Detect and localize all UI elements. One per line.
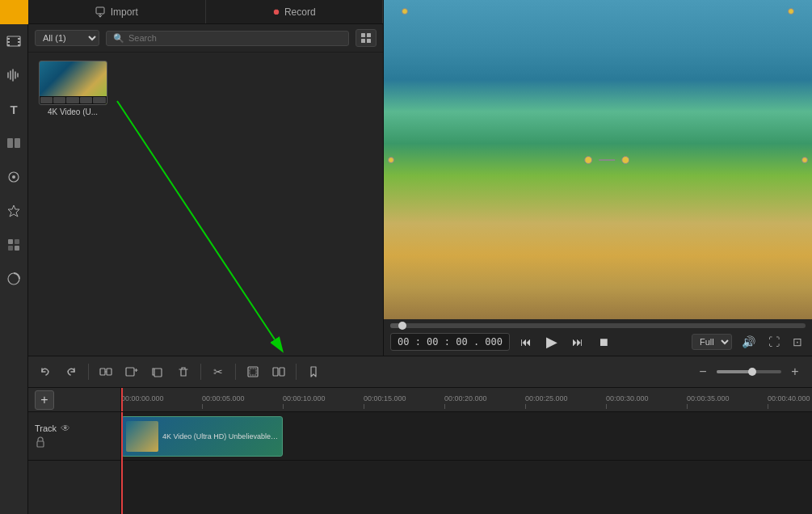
step-forward-button[interactable]: ⏭ (568, 332, 587, 352)
media-label: 4K Video (U... (48, 107, 98, 116)
sidebar-item-text[interactable]: T (0, 92, 28, 126)
tab-import[interactable]: Import (28, 0, 206, 23)
right-edge-dot (801, 157, 808, 163)
fullscreen-button[interactable]: ⛶ (765, 334, 783, 350)
tab-bar: Import ⏺ Record (28, 0, 383, 24)
quality-select[interactable]: Full (692, 334, 732, 350)
playhead[interactable] (121, 388, 123, 411)
ruler-mark-3: 00:00:15.000 (364, 394, 444, 409)
video-clip[interactable]: 4K Video (Ultra HD) Unbelievable Beauty (121, 416, 283, 457)
svg-rect-16 (96, 7, 104, 14)
svg-rect-3 (7, 44, 10, 46)
zoom-out-button[interactable]: − (692, 361, 713, 382)
ruler-mark-5: 00:00:25.000 (525, 394, 606, 409)
sidebar-item-transitions[interactable] (0, 126, 28, 160)
toolbar-separator-1 (88, 364, 89, 380)
ruler-label-1: 00:00:05.000 (202, 394, 245, 402)
sidebar-item-stickers[interactable] (0, 194, 28, 228)
svg-rect-1 (7, 38, 10, 40)
layout-button[interactable]: ⊡ (789, 334, 806, 350)
track-playhead (121, 412, 123, 514)
media-content: 4K Video (U... (28, 53, 383, 356)
zoom-handle[interactable] (748, 368, 756, 376)
progress-handle[interactable] (398, 322, 406, 330)
stickers-icon (6, 204, 21, 218)
delete-button[interactable] (173, 361, 194, 382)
ruler-tick-7 (687, 404, 688, 409)
sidebar-item-audio[interactable] (0, 58, 28, 92)
copy-button[interactable] (147, 361, 168, 382)
center-dot-left[interactable] (584, 156, 592, 164)
track-labels: + Track 👁 (28, 388, 121, 514)
top-corner-dots (402, 8, 794, 15)
ruler-tick-2 (283, 404, 284, 409)
undo-icon (39, 365, 52, 378)
search-icon: 🔍 (113, 33, 124, 44)
undo-button[interactable] (35, 361, 56, 382)
volume-button[interactable]: 🔊 (738, 334, 759, 350)
add-track-button[interactable]: + (35, 390, 54, 410)
left-edge-dot (388, 157, 394, 163)
ruler-tick-5 (525, 404, 526, 409)
track-visibility-button[interactable]: 👁 (61, 423, 70, 434)
ruler-label-0: 00:00:00.000 (121, 394, 164, 402)
zoom-slider-fill (717, 370, 752, 373)
redo-button[interactable] (61, 361, 82, 382)
track-content: 4K Video (Ultra HD) Unbelievable Beauty (121, 412, 812, 461)
zoom-in-button[interactable]: + (785, 361, 806, 382)
step-back-button[interactable]: ⏮ (516, 332, 536, 352)
crop-button[interactable] (242, 361, 263, 382)
track-lock-button[interactable] (35, 436, 46, 450)
grid-view-button[interactable] (356, 29, 377, 47)
svg-rect-20 (367, 39, 371, 43)
corner-dot-tr[interactable] (788, 8, 794, 15)
audio-icon (6, 68, 21, 82)
sidebar-item-media[interactable] (0, 24, 28, 58)
search-box: 🔍 (106, 31, 349, 46)
search-input[interactable] (128, 33, 342, 43)
svg-rect-6 (18, 44, 20, 46)
side-dot-right[interactable] (801, 157, 808, 163)
zoom-slider[interactable] (717, 370, 781, 373)
ruler-mark-2: 00:00:10.000 (283, 394, 364, 409)
sidebar-top-indicator (0, 0, 28, 24)
toolbar-separator-2 (200, 364, 201, 380)
ruler-mark-8: 00:00:40.000 (768, 394, 812, 409)
filter-select[interactable]: All (1) (35, 30, 99, 46)
redo-icon (65, 365, 78, 378)
add-media-button[interactable] (121, 361, 142, 382)
stop-button[interactable]: ⏹ (594, 332, 613, 352)
svg-rect-4 (18, 38, 20, 40)
bookmark-button[interactable] (303, 361, 324, 382)
sidebar-item-filters[interactable] (0, 228, 28, 262)
ruler-tick-3 (364, 404, 364, 409)
media-item[interactable]: 4K Video (U... (36, 61, 109, 116)
thumbnail-strip (40, 96, 107, 104)
timeline-toolbar: ✂ − + (28, 356, 812, 388)
sidebar-item-effects[interactable] (0, 160, 28, 194)
corner-dot-tl[interactable] (402, 8, 408, 15)
main-content: Import ⏺ Record All (1) 🔍 (28, 0, 812, 514)
center-dot-right[interactable] (621, 156, 629, 164)
play-pause-button[interactable]: ▶ (542, 332, 562, 352)
media-thumbnail (39, 61, 107, 105)
scissors-button[interactable]: ✂ (208, 361, 229, 382)
sidebar-item-color[interactable] (0, 262, 28, 296)
dot-connector (599, 159, 615, 161)
tab-record-label: Record (284, 6, 316, 18)
ruler-tick-1 (202, 404, 203, 409)
track-controls-row (35, 436, 114, 450)
detach-audio-button[interactable] (95, 361, 116, 382)
add-clip-icon (125, 365, 138, 378)
svg-rect-13 (8, 246, 13, 251)
tab-record[interactable]: ⏺ Record (206, 0, 384, 23)
detach-icon (99, 365, 112, 378)
progress-bar[interactable] (390, 323, 806, 328)
ruler-mark-7: 00:00:35.000 (687, 394, 768, 409)
effects-icon (6, 170, 21, 184)
side-dot-left[interactable] (388, 157, 394, 163)
split-icon (272, 365, 285, 378)
zoom-control: − + (692, 361, 806, 382)
time-display: 00 : 00 : 00 . 000 (390, 333, 510, 351)
split-button[interactable] (268, 361, 289, 382)
